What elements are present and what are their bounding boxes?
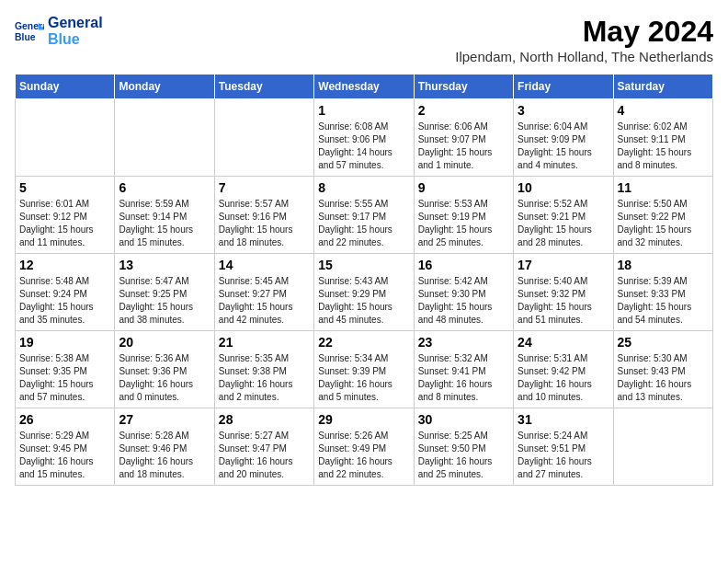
calendar-cell-4-5: 31Sunrise: 5:24 AM Sunset: 9:51 PM Dayli… — [514, 408, 613, 486]
day-info: Sunrise: 6:08 AM Sunset: 9:06 PM Dayligh… — [318, 121, 409, 172]
day-info: Sunrise: 5:24 AM Sunset: 9:51 PM Dayligh… — [518, 430, 609, 481]
calendar-cell-0-2 — [214, 99, 313, 177]
calendar-cell-2-1: 13Sunrise: 5:47 AM Sunset: 9:25 PM Dayli… — [115, 254, 214, 331]
day-number: 11 — [618, 180, 709, 195]
logo-icon: General Blue — [15, 17, 44, 46]
calendar-cell-2-3: 15Sunrise: 5:43 AM Sunset: 9:29 PM Dayli… — [314, 254, 414, 331]
title-block: May 2024 Ilpendam, North Holland, The Ne… — [455, 15, 713, 64]
calendar-cell-0-5: 3Sunrise: 6:04 AM Sunset: 9:09 PM Daylig… — [514, 99, 613, 177]
day-info: Sunrise: 5:55 AM Sunset: 9:17 PM Dayligh… — [318, 198, 409, 249]
day-info: Sunrise: 5:53 AM Sunset: 9:19 PM Dayligh… — [418, 198, 509, 249]
calendar-cell-0-6: 4Sunrise: 6:02 AM Sunset: 9:11 PM Daylig… — [613, 99, 712, 177]
day-number: 21 — [219, 335, 310, 350]
calendar-cell-4-6 — [613, 408, 712, 486]
calendar-cell-3-5: 24Sunrise: 5:31 AM Sunset: 9:42 PM Dayli… — [514, 331, 613, 408]
calendar-cell-4-4: 30Sunrise: 5:25 AM Sunset: 9:50 PM Dayli… — [414, 408, 513, 486]
day-number: 26 — [19, 412, 110, 427]
calendar-cell-1-0: 5Sunrise: 6:01 AM Sunset: 9:12 PM Daylig… — [16, 177, 115, 254]
calendar-cell-1-6: 11Sunrise: 5:50 AM Sunset: 9:22 PM Dayli… — [613, 177, 712, 254]
day-number: 23 — [418, 335, 509, 350]
day-number: 6 — [119, 180, 210, 195]
calendar-cell-3-6: 25Sunrise: 5:30 AM Sunset: 9:43 PM Dayli… — [613, 331, 712, 408]
day-info: Sunrise: 5:57 AM Sunset: 9:16 PM Dayligh… — [219, 198, 310, 249]
day-info: Sunrise: 5:38 AM Sunset: 9:35 PM Dayligh… — [19, 352, 110, 404]
calendar-header-row: SundayMondayTuesdayWednesdayThursdayFrid… — [16, 75, 713, 99]
day-number: 3 — [518, 103, 609, 118]
calendar-cell-4-3: 29Sunrise: 5:26 AM Sunset: 9:49 PM Dayli… — [314, 408, 414, 486]
day-number: 27 — [119, 412, 210, 427]
day-number: 24 — [518, 335, 609, 350]
day-info: Sunrise: 5:48 AM Sunset: 9:24 PM Dayligh… — [19, 275, 110, 327]
day-info: Sunrise: 5:45 AM Sunset: 9:27 PM Dayligh… — [219, 275, 310, 327]
day-number: 14 — [219, 258, 310, 272]
day-info: Sunrise: 5:43 AM Sunset: 9:29 PM Dayligh… — [318, 275, 409, 327]
subtitle: Ilpendam, North Holland, The Netherlands — [455, 49, 713, 64]
calendar-cell-1-2: 7Sunrise: 5:57 AM Sunset: 9:16 PM Daylig… — [214, 177, 313, 254]
day-number: 10 — [518, 180, 609, 195]
logo-text-line2: Blue — [48, 31, 103, 48]
day-info: Sunrise: 5:32 AM Sunset: 9:41 PM Dayligh… — [418, 352, 509, 404]
day-info: Sunrise: 6:04 AM Sunset: 9:09 PM Dayligh… — [518, 121, 609, 172]
calendar-cell-2-6: 18Sunrise: 5:39 AM Sunset: 9:33 PM Dayli… — [613, 254, 712, 331]
calendar-cell-0-0 — [16, 99, 115, 177]
page-header: General Blue General Blue May 2024 Ilpen… — [15, 15, 713, 64]
day-number: 30 — [418, 412, 509, 427]
svg-text:Blue: Blue — [15, 31, 36, 41]
day-info: Sunrise: 5:26 AM Sunset: 9:49 PM Dayligh… — [318, 430, 409, 481]
week-row-1: 5Sunrise: 6:01 AM Sunset: 9:12 PM Daylig… — [16, 177, 713, 254]
day-info: Sunrise: 5:50 AM Sunset: 9:22 PM Dayligh… — [618, 198, 709, 249]
logo-text-line1: General — [48, 15, 103, 31]
day-info: Sunrise: 5:47 AM Sunset: 9:25 PM Dayligh… — [119, 275, 210, 327]
day-number: 1 — [318, 103, 409, 118]
day-number: 29 — [318, 412, 409, 427]
day-info: Sunrise: 5:28 AM Sunset: 9:46 PM Dayligh… — [119, 430, 210, 481]
calendar-cell-2-4: 16Sunrise: 5:42 AM Sunset: 9:30 PM Dayli… — [414, 254, 513, 331]
day-number: 13 — [119, 258, 210, 272]
logo: General Blue General Blue — [15, 15, 103, 47]
day-number: 5 — [19, 180, 110, 195]
day-header-monday: Monday — [115, 75, 214, 99]
calendar-cell-4-0: 26Sunrise: 5:29 AM Sunset: 9:45 PM Dayli… — [16, 408, 115, 486]
day-number: 18 — [618, 258, 709, 272]
day-number: 22 — [318, 335, 409, 350]
calendar-cell-0-3: 1Sunrise: 6:08 AM Sunset: 9:06 PM Daylig… — [314, 99, 414, 177]
day-number: 28 — [219, 412, 310, 427]
week-row-2: 12Sunrise: 5:48 AM Sunset: 9:24 PM Dayli… — [16, 254, 713, 331]
day-number: 2 — [418, 103, 509, 118]
calendar-cell-0-1 — [115, 99, 214, 177]
calendar-cell-1-1: 6Sunrise: 5:59 AM Sunset: 9:14 PM Daylig… — [115, 177, 214, 254]
day-info: Sunrise: 5:40 AM Sunset: 9:32 PM Dayligh… — [518, 275, 609, 327]
calendar-cell-3-2: 21Sunrise: 5:35 AM Sunset: 9:38 PM Dayli… — [214, 331, 313, 408]
day-number: 12 — [19, 258, 110, 272]
day-info: Sunrise: 5:31 AM Sunset: 9:42 PM Dayligh… — [518, 352, 609, 404]
day-info: Sunrise: 5:52 AM Sunset: 9:21 PM Dayligh… — [518, 198, 609, 249]
day-info: Sunrise: 5:35 AM Sunset: 9:38 PM Dayligh… — [219, 352, 310, 404]
calendar-cell-3-0: 19Sunrise: 5:38 AM Sunset: 9:35 PM Dayli… — [16, 331, 115, 408]
day-number: 25 — [618, 335, 709, 350]
week-row-4: 26Sunrise: 5:29 AM Sunset: 9:45 PM Dayli… — [16, 408, 713, 486]
calendar-cell-4-2: 28Sunrise: 5:27 AM Sunset: 9:47 PM Dayli… — [214, 408, 313, 486]
day-info: Sunrise: 5:30 AM Sunset: 9:43 PM Dayligh… — [618, 352, 709, 404]
day-info: Sunrise: 5:42 AM Sunset: 9:30 PM Dayligh… — [418, 275, 509, 327]
calendar-cell-1-3: 8Sunrise: 5:55 AM Sunset: 9:17 PM Daylig… — [314, 177, 414, 254]
calendar-cell-4-1: 27Sunrise: 5:28 AM Sunset: 9:46 PM Dayli… — [115, 408, 214, 486]
day-number: 20 — [119, 335, 210, 350]
calendar-cell-3-4: 23Sunrise: 5:32 AM Sunset: 9:41 PM Dayli… — [414, 331, 513, 408]
main-title: May 2024 — [455, 15, 713, 49]
day-info: Sunrise: 5:39 AM Sunset: 9:33 PM Dayligh… — [618, 275, 709, 327]
week-row-3: 19Sunrise: 5:38 AM Sunset: 9:35 PM Dayli… — [16, 331, 713, 408]
calendar-cell-2-5: 17Sunrise: 5:40 AM Sunset: 9:32 PM Dayli… — [514, 254, 613, 331]
day-header-wednesday: Wednesday — [314, 75, 414, 99]
calendar-cell-0-4: 2Sunrise: 6:06 AM Sunset: 9:07 PM Daylig… — [414, 99, 513, 177]
day-info: Sunrise: 6:01 AM Sunset: 9:12 PM Dayligh… — [19, 198, 110, 249]
week-row-0: 1Sunrise: 6:08 AM Sunset: 9:06 PM Daylig… — [16, 99, 713, 177]
day-header-tuesday: Tuesday — [214, 75, 313, 99]
day-header-friday: Friday — [514, 75, 613, 99]
day-info: Sunrise: 5:36 AM Sunset: 9:36 PM Dayligh… — [119, 352, 210, 404]
day-info: Sunrise: 5:29 AM Sunset: 9:45 PM Dayligh… — [19, 430, 110, 481]
day-number: 4 — [618, 103, 709, 118]
calendar-table: SundayMondayTuesdayWednesdayThursdayFrid… — [15, 74, 713, 486]
calendar-cell-3-3: 22Sunrise: 5:34 AM Sunset: 9:39 PM Dayli… — [314, 331, 414, 408]
day-number: 17 — [518, 258, 609, 272]
day-header-thursday: Thursday — [414, 75, 513, 99]
